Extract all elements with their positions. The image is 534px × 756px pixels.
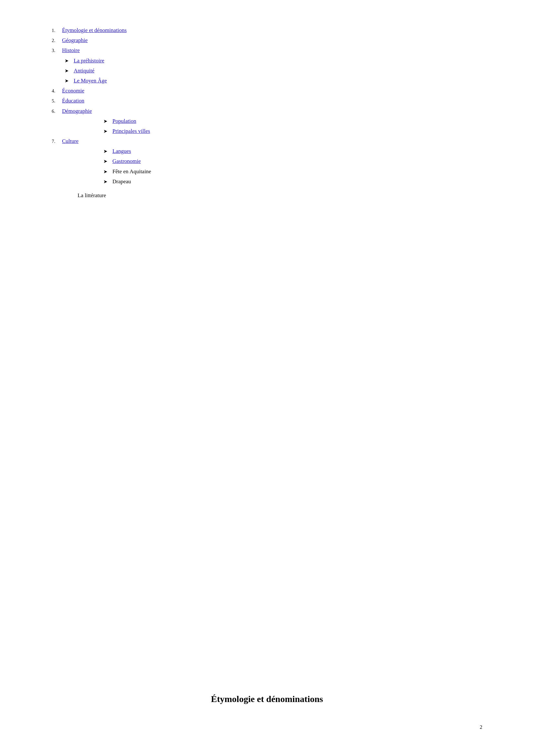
toc-link-principales-villes[interactable]: Principales villes [113, 127, 150, 135]
toc-number-3: 3. [52, 46, 62, 54]
toc-item-7: 7. Culture [52, 137, 482, 146]
toc-deep-item-principales-villes: ➤ Principales villes [103, 127, 482, 135]
toc-deep-item-gastronomie: ➤ Gastronomie [103, 157, 482, 166]
toc-deep-item-langues: ➤ Langues [103, 147, 482, 155]
toc-link-demographie[interactable]: Démographie [62, 107, 92, 115]
toc-link-antiquite[interactable]: Antiquité [74, 66, 94, 75]
toc-number-6: 6. [52, 107, 62, 115]
toc-link-education[interactable]: Éducation [62, 96, 84, 105]
toc-item-4: 4. Économie [52, 86, 482, 95]
toc-sublist-demographie: ➤ Population ➤ Principales villes [52, 117, 482, 135]
arrow-icon-population: ➤ [103, 117, 113, 125]
toc-link-population[interactable]: Population [113, 117, 136, 125]
arrow-icon-gastronomie: ➤ [103, 157, 113, 165]
arrow-icon-moyen-age: ➤ [64, 77, 74, 85]
toc-link-prehistoire[interactable]: La préhistoire [74, 56, 104, 65]
toc-sub-item-prehistoire: ➤ La préhistoire [64, 56, 482, 65]
toc-number-2: 2. [52, 37, 62, 44]
toc-link-histoire[interactable]: Histoire [62, 46, 80, 55]
toc-text-drapeau: Drapeau [113, 177, 131, 186]
toc-number-7: 7. [52, 137, 62, 145]
toc-item-5: 5. Éducation [52, 96, 482, 105]
toc-deep-item-fete: ➤ Fête en Aquitaine [103, 167, 482, 176]
page-number: 2 [480, 724, 482, 730]
toc-sublist-culture: ➤ Langues ➤ Gastronomie ➤ Fête en Aquita… [52, 147, 482, 186]
toc-text-fete: Fête en Aquitaine [113, 167, 151, 176]
section-heading: Étymologie et dénominations [0, 694, 534, 704]
toc-sublist-histoire: ➤ La préhistoire ➤ Antiquité ➤ Le Moyen … [52, 56, 482, 85]
toc-item-1: 1. Étymologie et dénominations [52, 26, 482, 35]
arrow-icon-prehistoire: ➤ [64, 57, 74, 65]
toc-deep-item-drapeau: ➤ Drapeau [103, 177, 482, 186]
arrow-icon-drapeau: ➤ [103, 178, 113, 185]
toc-link-culture[interactable]: Culture [62, 137, 79, 146]
toc-item-3: 3. Histoire [52, 46, 482, 55]
toc-deep-item-population: ➤ Population [103, 117, 482, 125]
toc-link-economie[interactable]: Économie [62, 86, 84, 95]
toc-item-2: 2. Géographie [52, 36, 482, 44]
arrow-icon-fete: ➤ [103, 168, 113, 176]
toc-link-gastronomie[interactable]: Gastronomie [113, 157, 141, 166]
toc-number-1: 1. [52, 26, 62, 34]
arrow-icon-antiquite: ➤ [64, 67, 74, 75]
toc-item-6: 6. Démographie [52, 107, 482, 115]
toc-number-5: 5. [52, 97, 62, 105]
toc-link-geographie[interactable]: Géographie [62, 36, 88, 44]
toc-number-4: 4. [52, 87, 62, 95]
la-litterature-text: La littérature [78, 191, 482, 200]
toc-link-moyen-age[interactable]: Le Moyen Âge [74, 76, 107, 85]
toc-link-langues[interactable]: Langues [113, 147, 131, 155]
toc-link-etymologie[interactable]: Étymologie et dénominations [62, 26, 127, 35]
arrow-icon-principales-villes: ➤ [103, 127, 113, 135]
arrow-icon-langues: ➤ [103, 148, 113, 155]
toc-sub-item-moyen-age: ➤ Le Moyen Âge [64, 76, 482, 85]
toc-sub-item-antiquite: ➤ Antiquité [64, 66, 482, 75]
